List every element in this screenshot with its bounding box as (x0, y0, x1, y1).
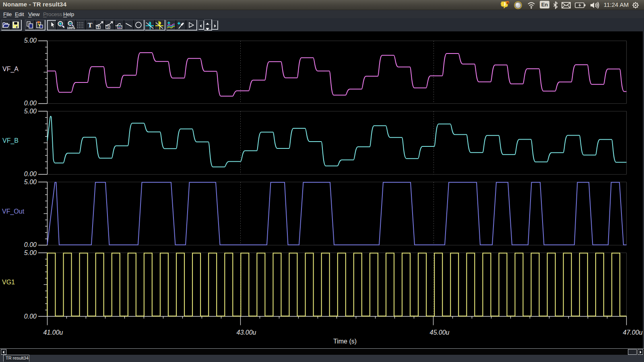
svg-text:Time (s): Time (s) (333, 338, 357, 345)
svg-text:41.00u: 41.00u (43, 329, 63, 336)
svg-text:0.00: 0.00 (24, 100, 37, 107)
svg-text:VF_Out: VF_Out (2, 208, 25, 215)
svg-text:b: b (158, 21, 161, 26)
svg-text:0.00: 0.00 (24, 171, 37, 177)
svg-text:5.00: 5.00 (24, 179, 37, 185)
svg-text:VG1: VG1 (2, 279, 15, 286)
svg-text:0.00: 0.00 (24, 241, 37, 248)
svg-text:VF_B: VF_B (2, 137, 19, 144)
svg-text:100%: 100% (67, 26, 75, 30)
svg-text:5.00: 5.00 (24, 108, 37, 115)
svg-text:T: T (97, 26, 100, 29)
svg-text:43.00u: 43.00u (237, 329, 256, 336)
svg-text:47.00u: 47.00u (623, 329, 643, 336)
svg-text:a: a (149, 21, 151, 26)
svg-text:0.00: 0.00 (24, 313, 37, 320)
svg-text:45.00u: 45.00u (430, 329, 450, 336)
svg-text:4: 4 (507, 1, 509, 5)
svg-text:5.00: 5.00 (24, 37, 37, 44)
svg-text:T: T (88, 21, 93, 29)
svg-text:5.00: 5.00 (24, 249, 37, 256)
svg-text:?: ? (107, 26, 109, 30)
svg-text:VF_A: VF_A (2, 66, 19, 73)
